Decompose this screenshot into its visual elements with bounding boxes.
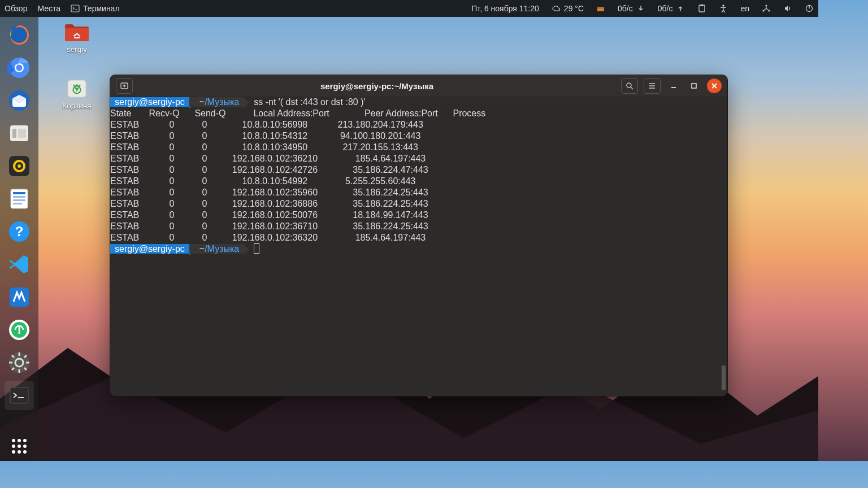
terminal-titlebar[interactable]: sergiy@sergiy-pc:~/Музыка: [110, 75, 727, 97]
terminal-indicator-icon: [71, 4, 80, 13]
dock: ?: [0, 17, 38, 461]
ss-output-row: ESTAB 0 0 192.168.0.102:50076 18.184.99.…: [110, 210, 727, 221]
svg-rect-5: [701, 5, 704, 6]
ss-output-row: ESTAB 0 0 192.168.0.102:36210 185.4.64.1…: [110, 153, 727, 164]
ss-output-row: ESTAB 0 0 192.168.0.102:36886 35.186.224…: [110, 198, 727, 210]
datetime-indicator[interactable]: Пт, 6 ноября 11:20: [471, 4, 539, 13]
dock-app-files[interactable]: [5, 119, 34, 148]
svg-point-42: [12, 450, 15, 454]
svg-point-44: [23, 450, 27, 454]
svg-rect-26: [13, 199, 25, 201]
dock-app-libreoffice-writer[interactable]: [5, 184, 34, 213]
top-panel: Обзор Места Терминал Пт, 6 ноября 11:20 …: [0, 0, 818, 17]
netspeed-down-label: 0б/с: [618, 4, 633, 13]
desktop-icon-trash-label: Корзина: [62, 102, 91, 110]
arrow-down-icon: [636, 4, 645, 13]
dock-app-vscode[interactable]: [5, 250, 34, 279]
svg-rect-2: [71, 5, 79, 12]
svg-rect-25: [13, 196, 25, 198]
svg-point-14: [16, 65, 23, 71]
terminal-scrollbar[interactable]: [722, 365, 726, 390]
svg-point-22: [18, 164, 21, 168]
clipboard-indicator[interactable]: [697, 4, 706, 13]
weather-indicator[interactable]: 29 °C: [552, 4, 584, 13]
svg-point-6: [723, 5, 725, 7]
accessibility-indicator[interactable]: [719, 4, 728, 13]
window-minimize-button[interactable]: [666, 79, 681, 93]
terminal-cursor: [254, 243, 259, 254]
terminal-window: sergiy@sergiy-pc:~/Музыка sergiy@sergiy-…: [110, 75, 728, 396]
dock-app-remote-desktop[interactable]: [5, 315, 34, 345]
window-maximize-button[interactable]: [687, 79, 701, 93]
svg-point-7: [765, 5, 767, 6]
weather-icon: [552, 4, 561, 13]
trash-icon: [63, 77, 90, 99]
prompt-user: sergiy@sergiy-pc: [110, 97, 189, 107]
dock-app-thunderbird[interactable]: [5, 86, 34, 115]
svg-point-43: [18, 450, 21, 454]
svg-rect-49: [692, 84, 696, 88]
svg-rect-18: [18, 129, 26, 138]
svg-point-37: [18, 439, 21, 442]
dock-app-firefox[interactable]: [5, 20, 34, 50]
terminal-menu-button[interactable]: [644, 78, 661, 94]
svg-point-48: [627, 83, 631, 88]
keyboard-layout-indicator[interactable]: en: [740, 4, 749, 13]
updates-icon[interactable]: [596, 4, 605, 13]
places-menu[interactable]: Места: [37, 4, 60, 13]
dock-app-settings[interactable]: [5, 348, 34, 377]
terminal-new-tab-button[interactable]: [116, 78, 133, 94]
ss-output-row: ESTAB 0 0 192.168.0.102:42726 35.186.224…: [110, 164, 727, 176]
svg-point-39: [12, 445, 15, 448]
focused-app-label: Терминал: [83, 4, 119, 13]
ss-output-header: State Recv-Q Send-Q Local Address:Port P…: [110, 108, 727, 119]
svg-point-40: [18, 445, 21, 448]
ss-output-row: ESTAB 0 0 10.8.0.10:54992 5.255.255.60:4…: [110, 176, 727, 187]
dock-app-terminal-running[interactable]: [5, 381, 34, 410]
svg-rect-24: [13, 192, 25, 194]
desktop-icon-trash[interactable]: Корзина: [54, 77, 99, 110]
terminal-title: sergiy@sergiy-pc:~/Музыка: [133, 81, 621, 91]
prompt-user: sergiy@sergiy-pc: [110, 244, 189, 254]
ss-output-row: ESTAB 0 0 10.8.0.10:56998 213.180.204.17…: [110, 119, 727, 130]
volume-indicator[interactable]: [783, 4, 792, 13]
ss-output-row: ESTAB 0 0 192.168.0.102:35960 35.186.224…: [110, 187, 727, 198]
terminal-command: ss -nt '( dst :443 or dst :80 )': [244, 97, 365, 107]
terminal-search-button[interactable]: [621, 78, 638, 94]
desktop-icon-home[interactable]: sergiy: [54, 20, 99, 54]
focused-app-menu[interactable]: Терминал: [71, 4, 119, 13]
ss-output-row: ESTAB 0 0 10.8.0.10:54312 94.100.180.201…: [110, 130, 727, 142]
folder-icon: [63, 20, 90, 43]
svg-rect-27: [13, 203, 22, 204]
dock-app-rhythmbox[interactable]: [5, 151, 34, 181]
terminal-prompt: sergiy@sergiy-pc~/Музыкаss -nt '( dst :4…: [110, 97, 727, 108]
dock-app-virtualbox[interactable]: [5, 282, 34, 312]
ss-output-row: ESTAB 0 0 10.8.0.10:34950 217.20.155.13:…: [110, 142, 727, 153]
desktop-icon-home-label: sergiy: [67, 45, 87, 54]
power-indicator[interactable]: [805, 4, 814, 13]
svg-text:?: ?: [15, 224, 24, 239]
activities-button[interactable]: Обзор: [5, 4, 27, 13]
weather-temp: 29 °C: [564, 4, 584, 13]
svg-rect-3: [597, 7, 604, 11]
prompt-path: ~/Музыка: [189, 97, 244, 107]
svg-point-36: [12, 439, 15, 442]
dock-app-help[interactable]: ?: [5, 217, 34, 246]
network-indicator[interactable]: [762, 4, 771, 13]
netspeed-down[interactable]: 0б/с: [618, 4, 645, 13]
dock-show-applications[interactable]: [5, 432, 34, 461]
arrow-up-icon: [676, 4, 685, 13]
terminal-prompt-idle: sergiy@sergiy-pc~/Музыка: [110, 243, 727, 255]
prompt-path: ~/Музыка: [189, 244, 244, 254]
window-close-button[interactable]: [707, 79, 722, 93]
svg-point-38: [23, 439, 27, 442]
svg-point-41: [23, 445, 27, 448]
netspeed-up[interactable]: 0б/с: [658, 4, 685, 13]
ss-output-row: ESTAB 0 0 192.168.0.102:36710 35.186.224…: [110, 221, 727, 232]
dock-app-chromium[interactable]: [5, 53, 34, 82]
terminal-body[interactable]: sergiy@sergiy-pc~/Музыкаss -nt '( dst :4…: [110, 97, 727, 396]
svg-rect-35: [10, 387, 28, 403]
ss-output-row: ESTAB 0 0 192.168.0.102:36320 185.4.64.1…: [110, 232, 727, 243]
netspeed-up-label: 0б/с: [658, 4, 673, 13]
svg-rect-17: [12, 129, 16, 138]
